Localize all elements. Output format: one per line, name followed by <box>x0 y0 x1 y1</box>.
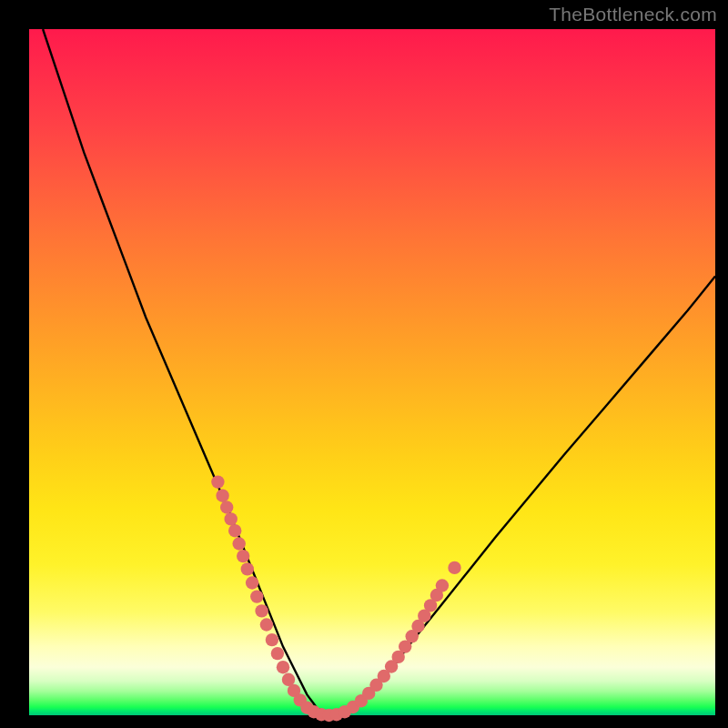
marker-dot <box>246 576 258 589</box>
chart-root: TheBottleneck.com <box>0 0 728 728</box>
marker-dot <box>436 579 449 592</box>
watermark-text: TheBottleneck.com <box>549 4 717 25</box>
marker-dot <box>220 500 233 513</box>
marker-dot <box>277 661 289 673</box>
marker-dot <box>241 562 254 575</box>
marker-group <box>211 475 461 722</box>
marker-dot <box>271 647 284 660</box>
marker-dot <box>216 490 228 502</box>
marker-dot <box>225 512 238 525</box>
bottleneck-curve <box>43 29 715 715</box>
marker-dot <box>237 550 249 562</box>
marker-dot <box>448 561 460 574</box>
plot-area <box>29 29 715 715</box>
marker-dot <box>255 604 268 617</box>
marker-dot <box>228 524 241 537</box>
marker-dot <box>211 475 224 488</box>
curve-overlay <box>29 29 715 715</box>
marker-dot <box>266 633 278 646</box>
marker-dot <box>250 590 263 602</box>
marker-dot <box>233 537 246 550</box>
marker-dot <box>260 618 273 631</box>
